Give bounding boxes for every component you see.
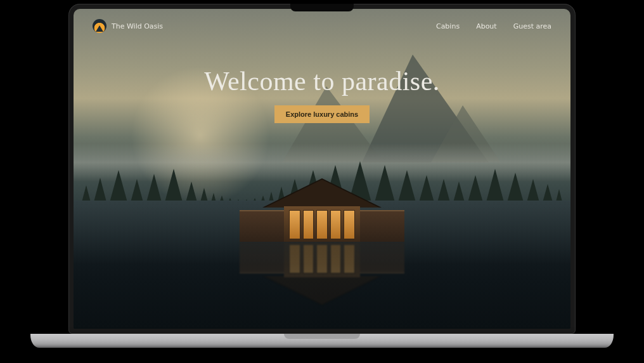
brand-name: The Wild Oasis: [112, 22, 163, 30]
top-nav: The Wild Oasis Cabins About Guest area: [74, 15, 570, 37]
nav-link-cabins[interactable]: Cabins: [436, 22, 460, 30]
cabin-illustration: [240, 185, 404, 242]
cabin-reflection: [240, 242, 404, 299]
hero-background: [74, 9, 570, 329]
nav-link-about[interactable]: About: [476, 22, 497, 30]
hero-headline: Welcome to paradise.: [74, 66, 570, 96]
nav-links: Cabins About Guest area: [436, 22, 551, 30]
hero-content: Welcome to paradise. Explore luxury cabi…: [74, 66, 570, 123]
laptop-base: [30, 334, 614, 348]
brand[interactable]: The Wild Oasis: [93, 19, 163, 33]
camera-notch: [290, 4, 354, 11]
laptop-device-frame: The Wild Oasis Cabins About Guest area W…: [62, 4, 582, 359]
screen: The Wild Oasis Cabins About Guest area W…: [74, 9, 570, 329]
explore-cabins-button[interactable]: Explore luxury cabins: [274, 105, 370, 123]
nav-link-guest-area[interactable]: Guest area: [513, 22, 551, 30]
screen-bezel: The Wild Oasis Cabins About Guest area W…: [68, 4, 576, 334]
logo-icon: [93, 19, 106, 33]
